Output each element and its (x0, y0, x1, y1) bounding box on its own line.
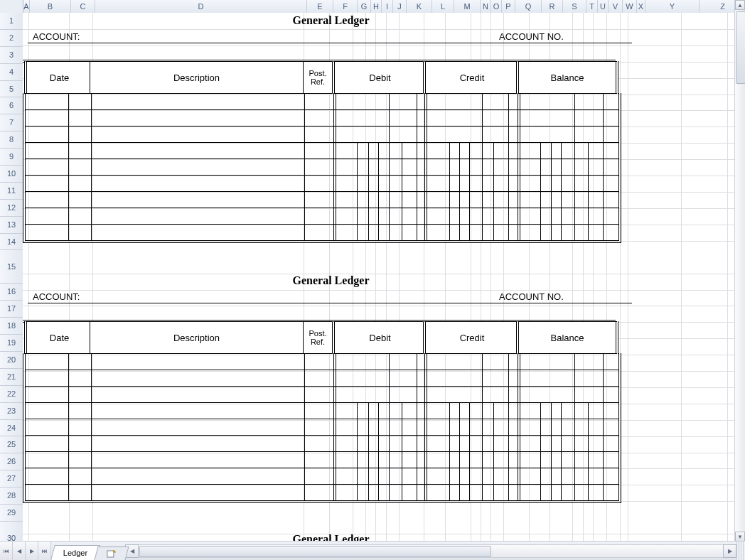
tab-nav-last[interactable]: ⏭ (38, 542, 51, 560)
scroll-down-button[interactable]: ▼ (735, 532, 745, 542)
tab-nav-first[interactable]: ⏮ (0, 542, 13, 560)
row-header-20[interactable]: 20 (0, 352, 23, 369)
col-header-A[interactable]: A (23, 0, 30, 13)
ledger2-hdr-balance: Balance (516, 321, 618, 354)
row-header-13[interactable]: 13 (0, 217, 23, 234)
col-header-N[interactable]: N (481, 0, 491, 13)
row-header-2[interactable]: 2 (0, 30, 23, 47)
ledger2-body[interactable] (23, 353, 621, 503)
worksheet-canvas[interactable]: General Ledger ACCOUNT: ACCOUNT NO. Date… (23, 13, 735, 542)
row-header-18[interactable]: 18 (0, 318, 23, 335)
col-header-S[interactable]: S (563, 0, 586, 13)
row-header-19[interactable]: 19 (0, 335, 23, 352)
col-header-I[interactable]: I (382, 0, 393, 13)
row-header-12[interactable]: 12 (0, 200, 23, 217)
row-header-11[interactable]: 11 (0, 183, 23, 200)
col-header-B[interactable]: B (30, 0, 71, 13)
row-header-4[interactable]: 4 (0, 64, 23, 81)
col-header-J[interactable]: J (393, 0, 407, 13)
scroll-up-button[interactable]: ▲ (735, 0, 745, 10)
row-header-23[interactable]: 23 (0, 403, 23, 420)
col-header-E[interactable]: E (307, 0, 333, 13)
row-header-14[interactable]: 14 (0, 234, 23, 251)
ledger1-body[interactable] (23, 93, 621, 243)
ledger2-account-underline (28, 303, 632, 303)
col-header-O[interactable]: O (491, 0, 502, 13)
select-all-corner[interactable] (0, 0, 23, 13)
col-header-W[interactable]: W (623, 0, 637, 13)
ledger1-title: General Ledger (23, 14, 639, 27)
col-header-U[interactable]: U (598, 0, 609, 13)
ledger1-hdr-date: Date (24, 61, 92, 94)
col-header-G[interactable]: G (358, 0, 371, 13)
row-header-25[interactable]: 25 (0, 436, 23, 453)
row-header-10[interactable]: 10 (0, 166, 23, 183)
col-header-R[interactable]: R (542, 0, 563, 13)
col-header-V[interactable]: V (609, 0, 623, 13)
ledger2-hdr-postref: Post. Ref. (303, 321, 333, 354)
col-header-C[interactable]: C (71, 0, 95, 13)
tab-nav-next[interactable]: ▶ (26, 542, 38, 560)
col-header-D[interactable]: D (95, 0, 307, 13)
ledger2-hdr-debit: Debit (332, 321, 426, 354)
new-sheet-icon (107, 549, 117, 559)
scroll-right-button[interactable]: ▶ (723, 544, 736, 558)
ledger1-hdr-postref: Post. Ref. (303, 61, 333, 94)
ledger1-accountno-label: ACCOUNT NO. (499, 31, 564, 42)
col-header-H[interactable]: H (371, 0, 382, 13)
ledger1-account-underline (28, 43, 632, 43)
ledger1-hdr-description: Description (90, 61, 304, 94)
sheet-tab-ledger[interactable]: Ledger (50, 545, 100, 560)
ledger1-hdr-credit: Credit (423, 61, 519, 94)
col-header-K[interactable]: K (407, 0, 432, 13)
ledger2-hdr-date: Date (24, 321, 92, 354)
row-headers: 1234567891011121314151617181920212223242… (0, 13, 23, 542)
row-header-16[interactable]: 16 (0, 284, 23, 301)
col-header-L[interactable]: L (432, 0, 454, 13)
row-header-9[interactable]: 9 (0, 149, 23, 166)
row-header-28[interactable]: 28 (0, 488, 23, 505)
ledger1-account-label: ACCOUNT: (33, 31, 80, 42)
col-header-T[interactable]: T (586, 0, 598, 13)
row-header-7[interactable]: 7 (0, 114, 23, 131)
ledger2-title: General Ledger (23, 274, 639, 287)
row-header-5[interactable]: 5 (0, 81, 23, 98)
split-handle[interactable] (736, 542, 745, 560)
row-header-29[interactable]: 29 (0, 505, 23, 522)
row-header-3[interactable]: 3 (0, 47, 23, 64)
col-header-M[interactable]: M (454, 0, 481, 13)
col-header-Y[interactable]: Y (645, 0, 700, 13)
col-header-X[interactable]: X (637, 0, 645, 13)
row-header-1[interactable]: 1 (0, 13, 23, 30)
col-header-F[interactable]: F (333, 0, 358, 13)
row-header-26[interactable]: 26 (0, 453, 23, 470)
sheet-tabs: Ledger (51, 542, 125, 560)
row-header-22[interactable]: 22 (0, 386, 23, 403)
ledger1-hdr-debit: Debit (332, 61, 426, 94)
row-header-21[interactable]: 21 (0, 369, 23, 386)
ledger1-hdr-balance: Balance (516, 61, 618, 94)
hscroll-thumb[interactable] (139, 546, 491, 557)
vertical-scrollbar[interactable]: ▲ ▼ (734, 0, 745, 542)
row-header-15[interactable]: 15 (0, 250, 23, 284)
row-header-24[interactable]: 24 (0, 420, 23, 437)
row-header-8[interactable]: 8 (0, 131, 23, 149)
svg-rect-0 (107, 551, 114, 557)
ledger2-accountno-label: ACCOUNT NO. (499, 291, 564, 302)
col-header-Q[interactable]: Q (515, 0, 542, 13)
row-header-6[interactable]: 6 (0, 97, 23, 114)
vscroll-thumb[interactable] (736, 11, 745, 84)
ledger2-hdr-description: Description (90, 321, 304, 354)
column-headers: ABCDEFGHIJKLMNOPQRSTUVWXYZ (0, 0, 735, 14)
row-header-17[interactable]: 17 (0, 301, 23, 318)
horizontal-scrollbar[interactable]: ◀ ▶ (125, 542, 736, 560)
col-header-P[interactable]: P (502, 0, 515, 13)
ledger2-account-label: ACCOUNT: (33, 291, 80, 302)
row-header-27[interactable]: 27 (0, 470, 23, 488)
tab-nav-prev[interactable]: ◀ (13, 542, 26, 560)
new-sheet-tab[interactable] (95, 546, 129, 560)
ledger2-hdr-credit: Credit (423, 321, 519, 354)
bottom-bar: ⏮ ◀ ▶ ⏭ Ledger ◀ ▶ (0, 541, 745, 560)
